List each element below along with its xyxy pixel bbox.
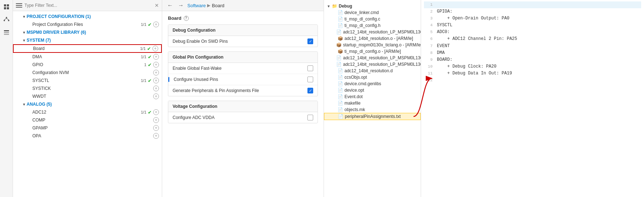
sidebar-item-wwdt[interactable]: ▶ WWDT + [13,92,162,100]
voltage-header: Voltage Configuration [168,101,318,112]
add-nvm-button[interactable]: + [153,70,159,75]
code-line: 1 [424,1,641,8]
list-item[interactable]: ▶📦ti_msp_dl_config.o - [ARM/le] [324,48,421,55]
sidebar-item-opa[interactable]: ▶ OPA + [13,132,162,140]
sidebar-item-gpamp[interactable]: ▶ GPAMP + [13,124,162,132]
sidebar-item-adc12[interactable]: ▶ ADC12 1/1 ✔ + [13,108,162,116]
file-icon: 📄 [338,94,343,99]
svg-rect-1 [7,4,9,6]
line-content: ADC0: [437,29,450,36]
sidebar-item-analog[interactable]: ▼ ANALOG (5) [13,100,162,108]
wwdt-actions: + [153,93,159,99]
breadcrumb-software[interactable]: Software [187,3,206,8]
list-item[interactable]: ▶📦adc12_14bit_resolution.o - [ARM/le] [324,35,421,42]
list-item[interactable]: ▶📄ccsObjs.opt [324,74,421,81]
file-label: ti_msp_dl_config.o - [ARM/le] [344,49,401,54]
list-item[interactable]: ▶📦startup_mspm0l130x_ticlang.o - [ARM/le… [324,42,421,48]
sysctl-text: SYSCTL [32,78,49,83]
nvm-label: Configuration NVM [32,70,153,75]
svg-line-8 [6,18,9,20]
grid-icon[interactable] [3,3,10,11]
info-icon[interactable]: ? [184,16,189,21]
code-line: 12 [424,77,641,84]
sidebar-item-mspm0-driver[interactable]: ▼ MSPM0 DRIVER LIBRARY (6) [13,28,162,36]
line-content: + Open-Drain Output: PA0 [437,15,510,22]
list-item[interactable]: ▶📄Event.dot [324,93,421,100]
add-wwdt-button[interactable]: + [153,93,159,99]
add-comp-button[interactable]: + [153,117,159,123]
list-item[interactable]: ▶📄adc12_14bit_resolution.d [324,68,421,74]
add-gpio-button[interactable]: + [153,62,159,68]
file-label: device.cmd.genlibs [344,81,381,86]
add-systick-button[interactable]: + [153,86,159,91]
list-item[interactable]: ▶📄adc12_14bit_resolution_LP_MSPM0L1306_n… [324,61,421,68]
nodes-icon[interactable] [3,16,10,24]
line-content: + ADC12 Channel 2 Pin: PA25 [437,36,517,42]
line-content: + Debug Data In Out: PA19 [437,70,512,77]
table-icon[interactable] [3,29,10,37]
file-label: device_linker.cmd [344,10,379,15]
left-icon-bar [0,0,13,197]
sidebar-item-project-config-files[interactable]: ▶ Project Configuration Files 1/1 ✔ + [13,20,162,28]
list-item[interactable]: ▶📄device.cmd.genlibs [324,81,421,87]
board-count: 1/1 [140,46,146,51]
sidebar-item-gpio[interactable]: ▶ GPIO 1 ✔ + [13,61,162,69]
fast-wake-checkbox[interactable] [307,65,313,71]
sidebar-item-dma[interactable]: ▶ DMA 1/1 ✔ + [13,53,162,61]
sidebar-item-sysctl[interactable]: ▶ SYSCTL 1/1 ✔ + [13,77,162,84]
code-line: 7EVENT [424,43,641,50]
list-item[interactable]: ▶📄makefile [324,100,421,106]
unused-pins-checkbox[interactable] [307,77,313,82]
add-board-button[interactable]: + [152,46,158,51]
list-item[interactable]: ▶📄device_linker.cmd [324,9,421,16]
gen-peripherals-checkbox[interactable]: ✓ [307,88,313,93]
highlighted-file-item[interactable]: ▶📄peripheralPinAssignments.txt [324,113,421,120]
file-label: Event.dot [344,94,363,99]
sidebar-item-systick[interactable]: ▶ SYSTICK + [13,84,162,92]
check-icon: ✔ [148,22,152,27]
filter-input[interactable] [24,3,152,8]
opa-label: OPA [32,133,153,138]
sidebar-item-config-nvm[interactable]: ▶ Configuration NVM + [13,69,162,77]
file-label: objects.mk [344,107,365,112]
file-label: adc12_14bit_resolution_LP_MSPM0L1306_n..… [343,62,421,67]
config-files-label: Project Configuration Files [32,22,141,27]
menu-icon[interactable] [16,2,22,9]
line-number: 1 [424,1,433,8]
main-panel: ← → Software ▶ Board Board ? Debug Confi… [162,0,324,197]
board-text: Board [33,46,45,51]
add-sysctl-button[interactable]: + [153,78,159,83]
add-gpamp-button[interactable]: + [153,125,159,131]
file-icon: 📦 [338,36,343,41]
code-line: 4SYSCTL [424,22,641,29]
debug-enable-checkbox[interactable]: ✓ [307,38,313,44]
back-button[interactable]: ← [166,2,174,9]
global-pin-section: Global Pin Configuration Enable Global F… [168,51,318,96]
add-dma-button[interactable]: + [153,54,159,60]
sidebar-item-comp[interactable]: ▶ COMP + [13,116,162,124]
list-item[interactable]: ▶📄adc12_14bit_resolution_LP_MSPM0L1306_n… [324,29,421,35]
close-filter-button[interactable]: ✕ [155,3,159,8]
sidebar-item-project-config[interactable]: ▼ PROJECT CONFIGURATION (1) [13,13,162,20]
list-item[interactable]: ▼📁Debug [324,3,421,9]
forward-button[interactable]: → [177,2,185,9]
sidebar-item-system[interactable]: ▼ SYSTEM (7) [13,36,162,44]
dma-label: DMA [32,54,141,59]
add-config-files-button[interactable]: + [153,22,159,27]
file-label: adc12_14bit_resolution_LP_MSPM0L1306_n..… [343,29,421,35]
add-opa-button[interactable]: + [153,133,159,139]
list-item[interactable]: ▶📄ti_msp_dl_config.h [324,22,421,29]
list-item[interactable]: ▶📄device.opt [324,87,421,93]
list-item[interactable]: ▶📄adc12_14bit_resolution_LP_MSPM0L1306_n… [324,55,421,61]
list-item[interactable]: ▶📄objects.mk [324,106,421,113]
list-item[interactable]: ▶📄ti_msp_dl_config.c [324,16,421,22]
comp-label: COMP [32,118,153,123]
add-adc12-button[interactable]: + [153,109,159,115]
svg-rect-11 [4,34,9,35]
sidebar-item-board[interactable]: ▶ Board 1/1 ✔ + [13,44,162,53]
board-actions: 1/1 ✔ + [140,46,158,51]
config-files-count: 1/1 [141,22,146,27]
gpio-label: GPIO [32,62,144,67]
adc-vdda-checkbox[interactable] [307,115,313,120]
adc12-actions: 1/1 ✔ + [141,109,159,115]
